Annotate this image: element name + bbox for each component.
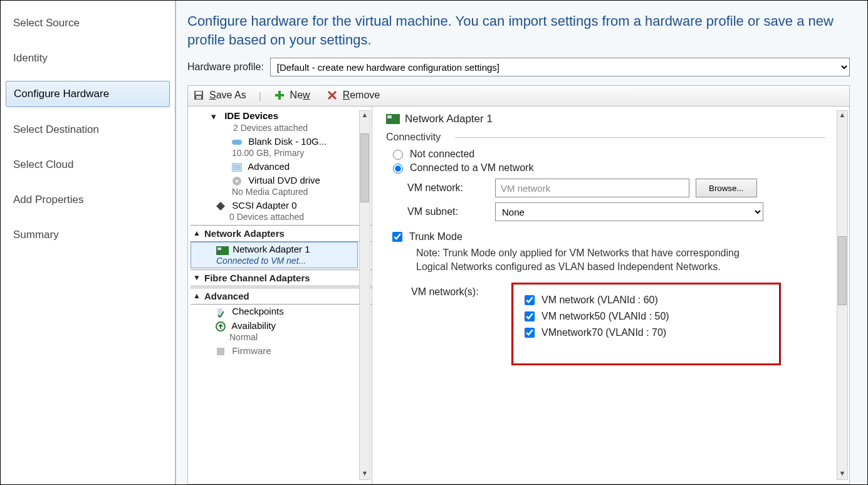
tree-advanced[interactable]: Advanced <box>191 160 372 174</box>
vm-network-item[interactable]: VMnetwork70 (VLANId : 70) <box>522 326 741 340</box>
tree-scrollbar[interactable]: ▲ ▼ <box>359 110 370 480</box>
vm-networks-highlight-box: VM network (VLANId : 60) VM network50 (V… <box>511 283 781 365</box>
adapter-form: Network Adapter 1 Connectivity Not conne… <box>372 107 849 484</box>
vm-network-checkbox-1[interactable] <box>525 311 535 321</box>
save-icon <box>193 90 204 101</box>
vm-network-item-label: VMnetwork70 (VLANId : 70) <box>541 327 666 338</box>
vm-network-item[interactable]: VM network (VLANId : 60) <box>522 293 741 307</box>
availability-icon <box>216 321 227 331</box>
connectivity-group-label: Connectivity <box>386 132 840 143</box>
scsi-icon <box>216 201 227 211</box>
nav-select-source[interactable]: Select Source <box>6 11 170 36</box>
svg-rect-5 <box>232 140 242 145</box>
vm-subnet-label: VM subnet: <box>407 206 489 217</box>
vm-network-item[interactable]: VM network50 (VLANId : 50) <box>522 310 741 323</box>
svg-rect-17 <box>217 348 224 355</box>
browse-button[interactable]: Browse... <box>696 179 757 197</box>
scroll-down-icon[interactable]: ▼ <box>837 469 847 479</box>
scroll-thumb[interactable] <box>360 133 369 202</box>
hardware-tree: ▾ IDE Devices 2 Devices attached Blank D… <box>188 107 372 484</box>
form-scrollbar[interactable]: ▲ ▼ <box>837 110 848 480</box>
nav-identity[interactable]: Identity <box>6 46 170 71</box>
vm-networks-label: VM network(s): <box>411 283 505 298</box>
radio-not-connected[interactable] <box>393 150 403 160</box>
vm-network-label: VM network: <box>407 182 489 194</box>
nav-configure-hardware[interactable]: Configure Hardware <box>6 81 170 107</box>
save-as-button[interactable]: SSave Asave As <box>189 88 250 102</box>
vm-network-input[interactable] <box>495 179 689 197</box>
trunk-mode-note: Note: Trunk Mode only applied for VM Net… <box>416 246 767 273</box>
nic-icon <box>216 246 227 255</box>
list-icon <box>232 163 243 172</box>
disk-icon <box>232 138 243 146</box>
tree-availability[interactable]: Availability Normal <box>191 319 372 344</box>
collapse-icon: ▲ <box>193 229 201 237</box>
nic-icon <box>386 114 400 124</box>
svg-rect-14 <box>217 248 221 250</box>
vm-subnet-row: VM subnet: None <box>407 202 840 221</box>
tree-firmware[interactable]: Firmware <box>191 344 372 358</box>
svg-rect-19 <box>387 115 392 118</box>
radio-connected[interactable] <box>393 164 403 174</box>
tree-blank-disk[interactable]: Blank Disk - 10G... 10.00 GB, Primary <box>191 135 372 160</box>
remove-icon <box>327 90 338 101</box>
vm-network-checkbox-2[interactable] <box>525 328 535 338</box>
panel-title: Network Adapter 1 <box>386 113 840 125</box>
svg-rect-2 <box>196 96 201 99</box>
hardware-profile-row: Hardware profile: [Default - create new … <box>187 58 850 76</box>
firmware-icon <box>216 347 227 357</box>
scroll-up-icon[interactable]: ▲ <box>360 111 370 121</box>
hardware-profile-select[interactable]: [Default - create new hardware configura… <box>270 58 850 76</box>
nav-summary[interactable]: Summary <box>6 222 170 248</box>
svg-marker-12 <box>216 202 225 211</box>
tree-scsi[interactable]: SCSI Adapter 0 0 Devices attached <box>191 199 372 224</box>
nav-select-destination[interactable]: Select Destination <box>6 117 170 142</box>
new-button[interactable]: NewNew <box>270 88 314 102</box>
tree-ide-devices[interactable]: ▾ IDE Devices 2 Devices attached <box>191 109 372 135</box>
hardware-toolbar: SSave Asave As | NewNew RemoveRemove <box>187 85 850 107</box>
page-intro: Configure hardware for the virtual machi… <box>187 12 850 49</box>
nav-select-cloud[interactable]: Select Cloud <box>6 152 170 177</box>
tree-checkpoints[interactable]: Checkpoints <box>191 305 372 318</box>
trunk-mode-checkbox[interactable] <box>392 232 402 242</box>
svg-rect-4 <box>275 94 284 96</box>
remove-button[interactable]: RemoveRemove <box>323 88 384 102</box>
scroll-down-icon[interactable]: ▼ <box>360 469 370 479</box>
nav-add-properties[interactable]: Add Properties <box>6 187 170 212</box>
svg-point-11 <box>236 180 238 182</box>
radio-not-connected-label: Not connected <box>410 149 474 160</box>
collapse-icon: ▲ <box>193 291 201 300</box>
tree-cat-advanced[interactable]: ▲ Advanced <box>191 288 372 305</box>
plus-icon <box>274 90 285 101</box>
trunk-block: Trunk Mode Note: Trunk Mode only applied… <box>390 230 840 365</box>
scroll-thumb[interactable] <box>838 236 847 305</box>
vm-networks-row: VM network(s): VM network (VLANId : 60) … <box>411 283 840 365</box>
chevron-down-icon: ▾ <box>208 111 219 122</box>
svg-rect-1 <box>196 91 202 95</box>
vm-network-item-label: VM network (VLANId : 60) <box>541 295 658 306</box>
tree-cat-network[interactable]: ▲ Network Adapters <box>191 225 372 242</box>
wizard-nav: Select Source Identity Configure Hardwar… <box>1 1 176 484</box>
tree-cat-fibre[interactable]: ▼ Fibre Channel Adapters <box>191 269 372 286</box>
main-pane: Configure hardware for the virtual machi… <box>176 1 867 484</box>
vm-subnet-select[interactable]: None <box>495 202 763 221</box>
dvd-icon <box>232 176 243 186</box>
radio-connected-row[interactable]: Connected to a VM network <box>390 162 840 174</box>
radio-connected-label: Connected to a VM network <box>410 162 533 174</box>
scroll-up-icon[interactable]: ▲ <box>837 111 847 121</box>
radio-not-connected-row[interactable]: Not connected <box>390 148 840 160</box>
trunk-mode-label: Trunk Mode <box>409 231 463 242</box>
checkpoints-icon <box>216 308 227 318</box>
toolbar-separator: | <box>259 90 261 101</box>
expand-icon: ▼ <box>193 273 201 282</box>
vm-network-checkbox-0[interactable] <box>525 295 535 305</box>
tree-network-adapter-1[interactable]: Network Adapter 1 Connected to VM net... <box>191 242 358 268</box>
tree-dvd[interactable]: Virtual DVD drive No Media Captured <box>191 174 372 199</box>
vm-network-item-label: VM network50 (VLANId : 50) <box>541 311 669 322</box>
vm-network-row: VM network: Browse... <box>407 179 840 197</box>
hardware-profile-label: Hardware profile: <box>187 61 264 73</box>
hardware-body: ▾ IDE Devices 2 Devices attached Blank D… <box>187 107 850 484</box>
